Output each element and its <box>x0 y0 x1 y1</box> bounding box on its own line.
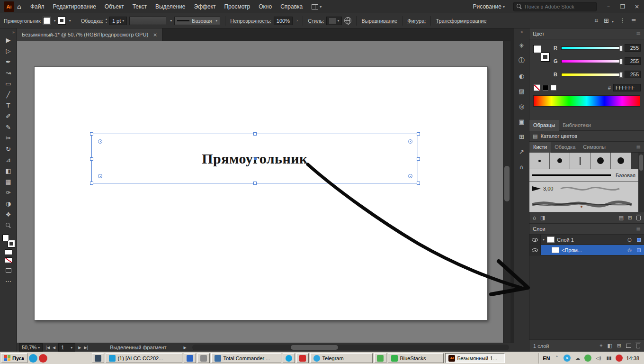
start-button[interactable]: Пуск <box>1 353 27 363</box>
layer-row-1[interactable]: ▾ Слой 1 ○ <box>529 235 644 245</box>
last-artboard-icon[interactable]: ▶| <box>84 346 88 350</box>
layer-row-main[interactable]: ▾ Слой 1 ○ <box>541 235 644 245</box>
menu-window[interactable]: Окно <box>254 0 276 13</box>
stroke-width-field[interactable]: 1 pt ▾ <box>109 17 127 25</box>
corner-widget-bottom-right[interactable] <box>408 174 412 178</box>
first-artboard-icon[interactable]: |◀ <box>45 346 50 350</box>
white-swatch[interactable] <box>551 85 556 91</box>
arrange-documents-button[interactable]: ▾ <box>312 4 322 9</box>
canvas-area[interactable]: Прямоугольник <box>17 41 503 343</box>
delete-brush-icon[interactable] <box>636 216 641 220</box>
appearance-panel-icon[interactable]: ◎ <box>516 100 528 112</box>
taskbar-illustrator-button[interactable]: Ai Безымянный-1... <box>445 353 505 363</box>
scale-tool-button[interactable]: ⊿ <box>3 155 14 165</box>
document-tab[interactable]: Безымянный-1* @ 50,7% (RGB/Предпросмотр … <box>17 28 162 41</box>
red-value-field[interactable]: 255 <box>625 44 641 52</box>
workspace-switcher[interactable]: Рисование ▾ <box>473 3 505 10</box>
fill-stroke-indicator[interactable] <box>2 235 15 247</box>
green-value-field[interactable]: 255 <box>625 57 641 65</box>
graphic-styles-panel-icon[interactable]: ▣ <box>516 116 528 127</box>
brush-item[interactable] <box>550 153 570 169</box>
fill-stroke-proxy[interactable] <box>533 45 549 61</box>
telegram-tray-icon[interactable]: ➤ <box>564 355 571 362</box>
artboard[interactable]: Прямоугольник <box>34 66 488 320</box>
line-segment-tool-button[interactable]: ╱ <box>3 89 14 100</box>
taskbar-total-commander-button[interactable]: Total Commander ... <box>211 353 281 363</box>
brush-item-charcoal[interactable] <box>529 196 638 212</box>
rectangle-tool-button[interactable]: ▭ <box>3 78 14 89</box>
libraries-panel-icon[interactable]: ◨ <box>540 215 545 220</box>
target-double-circle-icon[interactable]: ◎ <box>627 247 632 253</box>
taskbar-small-app-button[interactable] <box>184 353 196 363</box>
zoom-tool-button[interactable] <box>3 220 14 231</box>
tray-expand-icon[interactable]: ˄ <box>553 355 560 362</box>
menu-help[interactable]: Справка <box>276 0 307 13</box>
layer-row-2[interactable]: <Прям... ◎ <box>529 245 644 255</box>
layer-row-main-selected[interactable]: <Прям... ◎ <box>541 245 644 255</box>
menu-type[interactable]: Текст <box>128 0 151 13</box>
handle-bottom-left[interactable] <box>90 182 93 185</box>
fill-color-swatch[interactable] <box>43 17 50 24</box>
color-spectrum-bar[interactable] <box>533 95 640 107</box>
green-slider-thumb[interactable] <box>619 59 623 64</box>
transparency-panel-icon[interactable]: ▨ <box>516 85 528 97</box>
handle-top-left[interactable] <box>90 132 93 136</box>
pen-tool-button[interactable]: ✒ <box>3 56 14 67</box>
opacity-field[interactable]: 100% <box>274 17 293 25</box>
handle-middle-left[interactable] <box>90 157 93 161</box>
clock[interactable]: 14:38 <box>626 355 639 361</box>
stepper-down-icon[interactable]: ▾ <box>106 21 107 24</box>
collapse-dock-icon[interactable]: « <box>520 30 523 34</box>
locate-object-icon[interactable]: ⌖ <box>599 343 602 348</box>
hand-tool-button[interactable]: ❖ <box>3 209 14 220</box>
chevron-down-icon[interactable]: ▾ <box>54 18 56 23</box>
layer-thumbnail[interactable] <box>552 247 559 253</box>
color-guide-panel-icon[interactable]: ✳ <box>516 40 528 51</box>
notification-tray-icon[interactable] <box>616 355 623 362</box>
green-slider[interactable] <box>561 60 622 63</box>
blue-slider-thumb[interactable] <box>619 72 623 78</box>
panel-menu-icon[interactable]: ≡ <box>631 18 636 24</box>
keyboard-language-indicator[interactable]: EN <box>543 355 550 361</box>
recolor-artwork-icon[interactable] <box>344 17 351 24</box>
brush-item[interactable] <box>590 153 611 169</box>
network-tray-icon[interactable]: ▮▮ <box>605 355 612 362</box>
red-slider-thumb[interactable] <box>619 46 623 51</box>
tab-brushes[interactable]: Кисти <box>529 142 551 153</box>
stroke-color-swatch[interactable] <box>58 17 65 24</box>
handle-middle-right[interactable] <box>417 157 420 161</box>
close-button[interactable]: × <box>630 0 644 13</box>
visibility-toggle[interactable] <box>529 245 541 255</box>
panel-menu-icon[interactable]: ≡ <box>636 226 641 232</box>
volume-tray-icon[interactable]: ◁) <box>595 355 602 362</box>
zoom-level-dropdown[interactable]: 50,7% ▾ <box>19 343 43 352</box>
black-swatch[interactable] <box>543 85 548 91</box>
new-layer-icon[interactable] <box>626 344 631 348</box>
close-tab-icon[interactable]: × <box>153 32 157 37</box>
brushes-scrollbar-thumb[interactable] <box>639 155 643 171</box>
taskbar-small-app-button[interactable] <box>296 353 309 363</box>
mesh-tool-button[interactable]: ▦ <box>3 176 14 187</box>
brushes-scrollbar[interactable] <box>638 153 644 212</box>
vertical-scrollbar-thumb[interactable] <box>504 166 510 201</box>
blue-slider[interactable] <box>561 73 622 76</box>
document-info-panel-icon[interactable]: ⓘ <box>516 55 528 66</box>
libraries-panel-icon[interactable]: ⌂ <box>516 161 528 173</box>
handle-bottom-center[interactable] <box>253 182 257 185</box>
brush-item[interactable] <box>611 153 631 169</box>
brush-libraries-icon[interactable]: ⌂ <box>533 215 536 220</box>
stroke-proxy[interactable] <box>8 240 15 247</box>
brush-item-basic[interactable]: Базовая <box>529 169 638 182</box>
stroke-panel-link[interactable]: Обводка: <box>81 18 103 24</box>
layers-panel-header[interactable]: Слои ≡ <box>529 224 644 235</box>
menu-edit[interactable]: Редактирование <box>48 0 100 13</box>
target-circle-icon[interactable]: ○ <box>627 237 632 242</box>
taskbar-small-app-button[interactable] <box>92 353 104 363</box>
opacity-link[interactable]: Непрозрачность: <box>230 18 271 24</box>
delete-layer-icon[interactable] <box>636 344 640 348</box>
new-sublayer-icon[interactable]: ⊞ <box>617 343 621 348</box>
cloud-tray-icon[interactable]: ☁ <box>574 355 581 362</box>
graphic-style-link[interactable]: Стиль: <box>308 18 324 24</box>
minimize-button[interactable]: – <box>601 0 616 13</box>
scissors-tool-button[interactable]: ✂ <box>3 133 14 144</box>
